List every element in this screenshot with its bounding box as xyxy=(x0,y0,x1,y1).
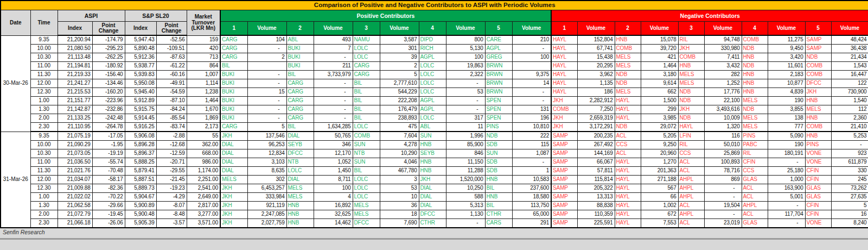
table-row: 12.3021,215.53-160.205,945.40-54.591,238… xyxy=(1,88,868,97)
positive-ticker-cell: DIPD xyxy=(419,35,446,45)
positive-ticker-cell: BUKI xyxy=(286,53,314,62)
col-header-sp-change: Point Change xyxy=(156,22,187,36)
sp-index-cell: 5,900.48 xyxy=(125,210,156,219)
sp-index-cell: 5,945.40 xyxy=(125,88,156,97)
turnover-cell: 3,277.00 xyxy=(187,210,220,219)
negative-volume-cell: 3,180 xyxy=(641,71,678,79)
positive-volume-cell: 1,130 xyxy=(446,210,485,219)
positive-volume-cell: 14 xyxy=(512,79,551,88)
positive-ticker-cell: CARG xyxy=(220,53,247,62)
positive-volume-cell: 238,893 xyxy=(380,114,419,123)
positive-volume-cell: 291 xyxy=(512,219,551,228)
aspi-index-cell: 21,022.02 xyxy=(58,193,92,202)
positive-ticker-cell: NAMU xyxy=(353,35,380,45)
positive-ticker-cell: CARG xyxy=(286,114,314,123)
negative-ticker-cell: RIL xyxy=(678,35,704,45)
positive-ticker-cell: SDB xyxy=(485,167,512,176)
positive-ticker-cell: HNB xyxy=(286,210,314,219)
positive-ticker-cell: CARG xyxy=(220,45,247,53)
positive-volume-cell: - xyxy=(446,219,485,228)
negative-ticker-cell: HAYL xyxy=(615,193,641,202)
positive-ticker-cell: LOLC xyxy=(353,123,380,132)
positive-ticker-cell: LOLC xyxy=(419,62,446,71)
negative-ticker-cell: HAYL xyxy=(551,53,577,62)
positive-ticker-cell: BIL xyxy=(485,202,512,210)
positive-ticker-cell: BUKI xyxy=(286,62,314,71)
negative-ticker-cell: ACL xyxy=(742,184,768,193)
table-row: 11.0021,194.81-180.925,938.77-61.22864BI… xyxy=(1,62,868,71)
positive-ticker-cell: HNB xyxy=(286,202,314,210)
aspi-index-cell: 21,066.18 xyxy=(58,219,92,228)
negative-volume-cell: 7,250 xyxy=(577,105,615,114)
negative-ticker-cell: NDB xyxy=(742,45,768,53)
positive-volume-cell: 11,150 xyxy=(446,158,485,167)
time-cell: 12.00 xyxy=(30,176,58,184)
negative-volume-cell: 3,420 xyxy=(768,53,805,62)
negative-volume-cell: 122 xyxy=(831,79,868,88)
positive-volume-cell: 7,604 xyxy=(380,132,419,141)
aspi-index-cell: 21,075.19 xyxy=(58,132,92,141)
positive-ticker-cell: SEYB xyxy=(419,149,446,158)
negative-ticker-cell: ACL xyxy=(742,210,768,219)
negative-ticker-cell: MELS xyxy=(615,53,641,62)
negative-volume-cell: 1,135 xyxy=(577,79,615,88)
positive-ticker-cell: MELS xyxy=(286,193,314,202)
negative-ticker-cell: HAYL xyxy=(615,219,641,228)
time-cell: 1.30 xyxy=(30,105,58,114)
table-row: 12.0021,241.27-134.465,950.08-49.911,114… xyxy=(1,79,868,88)
positive-ticker-cell: BUKI xyxy=(220,97,247,105)
negative-volume-cell: 163,900 xyxy=(768,184,805,193)
negative-ticker-cell: MELS xyxy=(742,123,768,132)
aspi-point-change-cell: -174.79 xyxy=(92,35,125,45)
negative-volume-cell: 4,839 xyxy=(768,88,805,97)
negative-ticker-cell: COMB xyxy=(805,71,831,79)
negative-volume-cell: 672 xyxy=(641,210,678,219)
negative-ticker-cell: CFIN xyxy=(742,158,768,167)
negative-ticker-cell: VONE xyxy=(805,158,831,167)
table-row: 11.3021,219.33-156.405,939.83-60.161,007… xyxy=(1,71,868,79)
time-cell: 1.00 xyxy=(30,97,58,105)
negative-volume-cell: 116 xyxy=(704,132,742,141)
sp-index-cell: 5,950.08 xyxy=(125,79,156,88)
negative-ticker-cell: NDB xyxy=(742,105,768,114)
negative-ticker-cell: ACL xyxy=(615,149,641,158)
negative-ticker-cell: PABC xyxy=(742,141,768,149)
negative-contributors-header: Negative Contributors xyxy=(551,10,868,22)
negative-volume-cell: 611,879 xyxy=(831,158,868,167)
sp-point-change-cell: -4.29 xyxy=(156,193,187,202)
negative-ticker-cell: HNB xyxy=(742,88,768,97)
positive-volume-cell: 104 xyxy=(247,35,286,45)
negative-ticker-cell: MELS xyxy=(742,114,768,123)
positive-ticker-cell: BIL xyxy=(286,71,314,79)
negative-volume-cell: 17,776 xyxy=(704,88,742,97)
positive-volume-cell: - xyxy=(247,45,286,53)
col-header-aspi: ASPI xyxy=(58,10,125,22)
sp-index-cell: 5,938.77 xyxy=(125,62,156,71)
negative-ticker-cell: AHPL xyxy=(678,193,704,202)
turnover-cell: 1,238 xyxy=(187,88,220,97)
negative-volume-cell: 25,869 xyxy=(704,149,742,158)
negative-ticker-cell: MELS xyxy=(615,62,641,71)
negative-ticker-cell: PINS xyxy=(742,132,768,141)
negative-volume-cell: 9,450 xyxy=(768,45,805,53)
negative-ticker-cell: HNB xyxy=(805,132,831,141)
negative-ticker-cell: HNB xyxy=(805,97,831,105)
positive-ticker-cell: BUKI xyxy=(220,71,247,79)
positive-volume-cell: 96,253 xyxy=(247,141,286,149)
positive-volume-cell: 1,450 xyxy=(314,167,353,176)
table-row: 2.0021,072.79-19.455,900.48-8.483,277.00… xyxy=(1,210,868,219)
col-header-aspi-change: Point Change xyxy=(92,22,125,36)
positive-volume-cell: - xyxy=(512,97,551,105)
negative-ticker-cell: NDB xyxy=(615,123,641,132)
table-row: 1.3021,062.58-29.665,900.89-8.072,817.00… xyxy=(1,202,868,210)
positive-volume-cell: 53 xyxy=(446,88,485,97)
positive-rank-5: 5 xyxy=(485,22,512,36)
sp-index-cell: 5,915.75 xyxy=(125,105,156,114)
sp-index-cell: 5,900.89 xyxy=(125,202,156,210)
negative-volume-cell: 205,322 xyxy=(577,184,615,193)
positive-ticker-cell: LOLC xyxy=(286,167,314,176)
sp-index-cell: 5,912.36 xyxy=(125,53,156,62)
positive-ticker-cell: BIL xyxy=(286,123,314,132)
aspi-index-cell: 21,062.58 xyxy=(58,202,92,210)
negative-ticker-cell: NDB xyxy=(678,114,704,123)
